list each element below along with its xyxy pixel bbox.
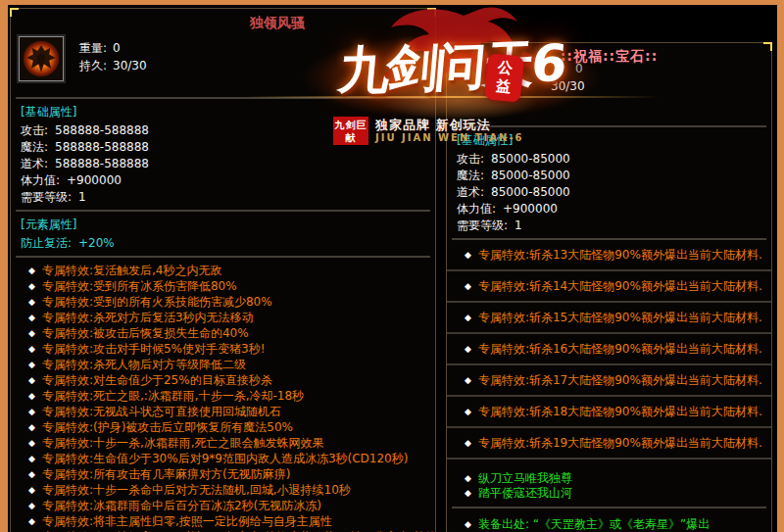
base-attributes-header: [基础属性] [21, 104, 425, 120]
diamond-bullet-icon: ◆ [465, 438, 471, 448]
slogan-line: ◆纵刀立马唯我独尊 [465, 471, 771, 486]
stat-line: 道术:85000-85000 [457, 184, 761, 201]
diamond-bullet-icon: ◆ [28, 407, 35, 416]
effect-line: ◆专属特效:攻击对手时候5%使对手变猪3秒! [28, 341, 435, 357]
effect-row: ◆专属特效:斩杀16大陆怪物90%额外爆出当前大陆材料. [447, 334, 771, 365]
diamond-bullet-icon: ◆ [28, 454, 35, 463]
right-item-tooltip: ::祝福::宝石:: 0 30/30 [基础属性] 攻击:85000-85000… [446, 42, 772, 532]
right-item-title: ::祝福::宝石:: [447, 48, 771, 66]
diamond-bullet-icon: ◆ [465, 407, 471, 416]
element-attributes-header: [元素属性] [21, 217, 425, 232]
effect-line: ◆专属特效:无视战斗状态可直接使用回城随机石 [28, 404, 435, 419]
effect-line: ◆专属特效:十步一杀命中后对方无法随机,回城,小退持续10秒 [28, 482, 435, 498]
effect-line: ◆专属特效:被攻击后恢复损失生命的40% [28, 325, 435, 341]
stat-line: 魔法:85000-85000 [457, 168, 761, 184]
diamond-bullet-icon: ◆ [28, 375, 35, 385]
diamond-bullet-icon: ◆ [28, 313, 35, 322]
effect-line: ◆专属特效:对生命值少于25%的目标直接秒杀 [28, 372, 435, 388]
diamond-bullet-icon: ◆ [28, 469, 35, 479]
fire-demon-item-icon [19, 36, 64, 81]
stat-line: 需要等级:1 [457, 218, 761, 234]
diamond-bullet-icon: ◆ [465, 375, 471, 385]
stat-line: 道术:588888-588888 [21, 156, 425, 172]
diamond-bullet-icon: ◆ [28, 328, 35, 338]
element-attributes-section: [元素属性] 防止复活:+20% [11, 212, 435, 256]
base-attributes-section: [基础属性] 攻击:588888-588888 魔法:588888-588888… [11, 99, 435, 210]
game-tooltip-overlay: 独领风骚 [0, 0, 784, 532]
effect-line: ◆专属特效:生命值少于30%后对9*9范围内敌人造成冰冻3秒(CD120秒) [28, 451, 435, 466]
effect-line: ◆专属特效:受到所有冰系伤害降低80% [28, 278, 435, 294]
effect-row: ◆专属特效:斩杀13大陆怪物90%额外爆出当前大陆材料. [447, 240, 771, 271]
effect-line: ◆专属特效:杀死对方后复活3秒内无法移动 [28, 310, 435, 325]
effect-row: ◆专属特效:斩杀18大陆怪物90%额外爆出当前大陆材料. [447, 397, 771, 428]
stat-line: 魔法:588888-588888 [21, 139, 425, 156]
left-effects-list: ◆专属特效:复活触发后,4秒之内无敌 ◆专属特效:受到所有冰系伤害降低80% ◆… [11, 263, 435, 532]
diamond-bullet-icon: ◆ [465, 344, 471, 354]
diamond-bullet-icon: ◆ [28, 516, 35, 526]
stat-line: 体力值:+900000 [457, 201, 761, 218]
panel-corner-accent [446, 42, 455, 51]
panel-corner-accent [10, 8, 19, 17]
diamond-bullet-icon: ◆ [28, 438, 35, 448]
diamond-bullet-icon: ◆ [465, 313, 471, 322]
effect-line: ◆专属特效:杀死人物后对方等级降低二级 [28, 357, 435, 372]
stat-line: 攻击:85000-85000 [457, 151, 761, 168]
durability-line: 持久:30/30 [79, 57, 147, 74]
diamond-bullet-icon: ◆ [465, 488, 471, 498]
effect-row: ◆专属特效:斩杀14大陆怪物90%额外爆出当前大陆材料. [447, 271, 771, 303]
effect-line: ◆专属特效:死亡之眼,:冰霜群雨,十步一杀,冷却-18秒 [28, 388, 435, 404]
panel-corner-accent [427, 8, 436, 17]
right-durability-value: 30/30 [551, 79, 585, 93]
diamond-bullet-icon: ◆ [28, 344, 35, 354]
effect-line: ◆专属特效:冰霜群雨命中后百分百冰冻2秒(无视防冰冻) [28, 498, 435, 513]
slogan-line: ◆踏平倭寇还我山河 [465, 486, 771, 501]
divider [16, 256, 430, 258]
drop-source-line: ◆装备出处: “《天罡教主》或《老寿星》”爆出 [447, 508, 771, 532]
stat-line: 体力值:+900000 [21, 172, 425, 189]
base-stats-list: 攻击:588888-588888 魔法:588888-588888 道术:588… [21, 122, 425, 206]
weight-line: 重量:0 [79, 39, 147, 57]
effect-line: ◆专属特效:复活触发后,4秒之内无敌 [28, 263, 435, 278]
stat-line: 攻击:588888-588888 [21, 122, 425, 139]
element-stats-list: 防止复活:+20% [21, 235, 425, 252]
left-item-title: 独领风骚 [250, 15, 435, 36]
diamond-bullet-icon: ◆ [28, 297, 35, 307]
effect-row: ◆专属特效:斩杀19大陆怪物90%额外爆出当前大陆材料. [447, 428, 771, 459]
diamond-bullet-icon: ◆ [28, 281, 35, 291]
effect-line: ◆专属特效:(护身)被攻击后立即恢复所有魔法50% [28, 419, 435, 435]
slogan-list: ◆纵刀立马唯我独尊 ◆踏平倭寇还我山河 [447, 459, 771, 507]
stat-line: 防止复活:+20% [21, 235, 425, 252]
diamond-bullet-icon: ◆ [28, 266, 35, 275]
diamond-bullet-icon: ◆ [28, 501, 35, 510]
diamond-bullet-icon: ◆ [465, 519, 471, 529]
effect-row: ◆专属特效:斩杀15大陆怪物90%额外爆出当前大陆材料. [447, 303, 771, 334]
weight-durability: 重量:0 持久:30/30 [79, 39, 147, 74]
right-weight-value: 0 [575, 62, 583, 75]
diamond-bullet-icon: ◆ [465, 281, 471, 291]
diamond-bullet-icon: ◆ [28, 360, 35, 369]
diamond-bullet-icon: ◆ [28, 391, 35, 401]
diamond-bullet-icon: ◆ [465, 250, 471, 260]
left-item-header: 重量:0 持久:30/30 [19, 36, 435, 91]
effect-line: ◆专属特效:所有攻击有几率麻痹对方(无视防麻痹) [28, 466, 435, 482]
base-stats-list: 攻击:85000-85000 魔法:85000-85000 道术:85000-8… [457, 151, 761, 234]
stat-line: 需要等级:1 [21, 189, 425, 206]
effect-line: ◆专属特效:十步一杀,冰霜群雨,死亡之眼会触发蛛网效果 [28, 435, 435, 451]
diamond-bullet-icon: ◆ [28, 422, 35, 432]
diamond-bullet-icon: ◆ [28, 485, 35, 495]
panel-corner-accent [763, 42, 772, 51]
diamond-bullet-icon: ◆ [465, 473, 471, 483]
left-item-tooltip: 独领风骚 [10, 8, 436, 532]
effect-row: ◆专属特效:斩杀17大陆怪物90%额外爆出当前大陆材料. [447, 365, 771, 397]
effect-line: ◆专属特效:受到的所有火系技能伤害减少80% [28, 294, 435, 310]
effect-line: ◆专属特效:将非主属性归零,按照一定比例给与自身主属性 [28, 513, 435, 529]
base-attributes-header: [基础属性] [457, 132, 761, 148]
right-effects-list: ◆专属特效:斩杀13大陆怪物90%额外爆出当前大陆材料. ◆专属特效:斩杀14大… [447, 240, 771, 459]
base-attributes-section: [基础属性] 攻击:85000-85000 魔法:85000-85000 道术:… [447, 127, 771, 238]
